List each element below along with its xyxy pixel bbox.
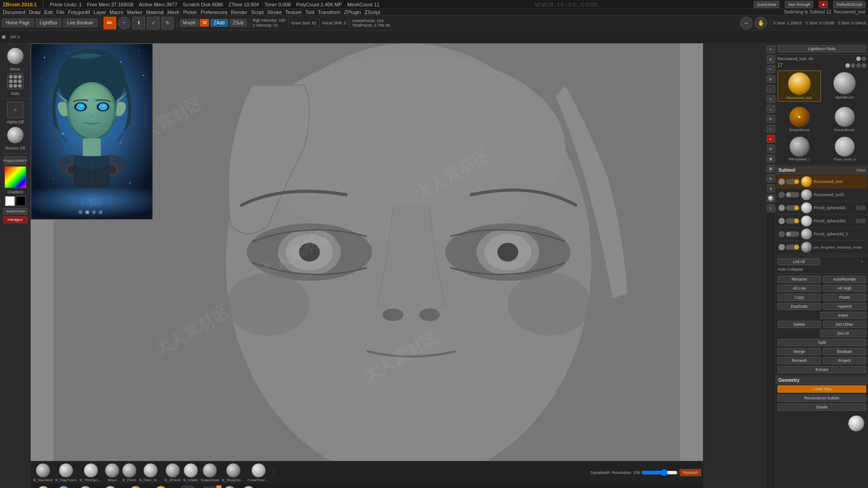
- b-pinch-brush[interactable]: B_Pinch: [121, 462, 137, 483]
- alpha-preview[interactable]: A: [7, 102, 24, 118]
- menu-edit[interactable]: Edit: [44, 9, 53, 15]
- nav-orbit-button[interactable]: ↔: [740, 17, 753, 29]
- claybuilddup-tool[interactable]: ClayBuildUp: [238, 485, 259, 488]
- del-other-button[interactable]: Del Other: [823, 321, 866, 328]
- b-dam-standard-brush[interactable]: B_Dam_Standard: [138, 462, 163, 483]
- duplicate-button[interactable]: Duplicate: [778, 303, 821, 310]
- menu-preferences[interactable]: Preferences: [201, 9, 227, 15]
- curvetubesnap-brush[interactable]: CurveTubeSnap: [246, 462, 271, 483]
- subtool-toggle-recovered[interactable]: [786, 179, 799, 184]
- project-button[interactable]: Project: [823, 357, 866, 364]
- panel-icon-7[interactable]: △: [767, 105, 775, 113]
- fill-object-button[interactable]: FillObject: [3, 216, 28, 223]
- move-brush[interactable]: Move: [104, 462, 120, 483]
- menu-script[interactable]: Script: [251, 9, 264, 15]
- subtool-action-icon-2b[interactable]: [861, 206, 865, 210]
- quicksave-button[interactable]: QuickSave: [754, 1, 780, 8]
- panel-icon-fill[interactable]: ▦: [767, 164, 775, 173]
- append-button[interactable]: Append: [823, 303, 866, 310]
- subtool-item-sphere2[interactable]: Pm3d_sphere3d2: [777, 215, 867, 228]
- menu-zscript[interactable]: ZScript: [364, 9, 380, 15]
- all-low-button[interactable]: All Low: [778, 285, 821, 292]
- panel-icon-4[interactable]: ⊞: [767, 75, 775, 83]
- menu-picker[interactable]: Picker: [183, 9, 197, 15]
- b-jpolish-brush[interactable]: B_JPolish: [164, 462, 182, 483]
- white-swatch[interactable]: [5, 196, 15, 206]
- morph-button[interactable]: Morph: [180, 19, 199, 27]
- b-trimdynamic-brush[interactable]: B_TrimDynamic: [79, 462, 103, 483]
- subtool-item-recovered[interactable]: Recovered_tool: [777, 175, 867, 188]
- menu-folygon[interactable]: FolygonM: [68, 9, 90, 15]
- morph-tool[interactable]: Morph: [222, 485, 237, 488]
- panel-icon-8[interactable]: ⊗: [767, 115, 775, 123]
- menu-render[interactable]: Render: [231, 9, 247, 15]
- subtool-toggle-1[interactable]: [786, 192, 799, 197]
- menu-material[interactable]: Material: [146, 9, 164, 15]
- panel-icon-15[interactable]: ◈: [767, 184, 775, 192]
- simple-brush-thumb[interactable]: ✦ SimpleBrush: [778, 105, 821, 133]
- lightbox-button[interactable]: LightBox: [36, 19, 61, 27]
- divide-button[interactable]: Divide: [778, 404, 866, 411]
- all-high-button[interactable]: All High: [823, 285, 866, 292]
- scale-toolbar-button[interactable]: ⤢: [147, 17, 160, 29]
- imm-primitives-tool[interactable]: IMM 14 IMM Primitives: [197, 485, 222, 488]
- rename-button[interactable]: Rename: [778, 276, 821, 283]
- geometry-header[interactable]: Geometry: [776, 376, 868, 385]
- record-button[interactable]: ●: [819, 1, 828, 8]
- menu-stroke[interactable]: Stroke: [267, 9, 282, 15]
- merge-button[interactable]: Merge: [778, 348, 821, 355]
- zadd-button[interactable]: ZAdd: [211, 19, 228, 27]
- list-all-button[interactable]: List All: [778, 258, 820, 265]
- switch-color-button[interactable]: SwitchColor: [3, 208, 28, 215]
- panel-icon-red[interactable]: ●: [767, 135, 775, 143]
- menu-file[interactable]: File: [57, 9, 65, 15]
- reference-image[interactable]: 大人素材区: [31, 43, 153, 220]
- menu-marker[interactable]: Marker: [127, 9, 142, 15]
- panel-icon-6[interactable]: ⊙: [767, 95, 775, 103]
- menu-macro[interactable]: Macro: [109, 9, 123, 15]
- auto-reorder-button[interactable]: AutoReorder: [823, 276, 866, 283]
- panel-icon-17[interactable]: ⊡: [767, 204, 775, 212]
- menu-mesh[interactable]: Mesh: [167, 9, 179, 15]
- brush-dots-preview[interactable]: [7, 73, 24, 89]
- menu-texture[interactable]: Texture: [285, 9, 302, 15]
- color-swatch[interactable]: [5, 166, 26, 188]
- panel-icon-5[interactable]: ○: [767, 85, 775, 93]
- tmpolymesh1-thumb[interactable]: TMPolyMesh_1: [778, 135, 821, 162]
- smooth-button[interactable]: ~: [118, 17, 131, 29]
- insert-button[interactable]: Insert: [820, 312, 866, 319]
- reconstruct-subdiv-button[interactable]: Reconstruct Subdiv: [778, 394, 866, 402]
- paste-button[interactable]: Paste: [823, 294, 866, 301]
- m-button[interactable]: M: [200, 19, 209, 27]
- skinshade4-material[interactable]: SkinShade4: [33, 485, 54, 488]
- panel-icon-2[interactable]: ⊕: [767, 55, 775, 63]
- canvas-area[interactable]: 大人素材区 大人素材区 大人素材区 大人素材区 大人素材区: [31, 43, 703, 461]
- lightbox-tools-button[interactable]: Lightbox>Tools: [778, 45, 866, 52]
- subtool-toggle-4[interactable]: [786, 231, 799, 237]
- subtool-item-recovered1[interactable]: Recovered_tool1: [777, 188, 867, 202]
- texture-preview[interactable]: [7, 127, 24, 143]
- panel-icon-14[interactable]: ⊕: [767, 174, 775, 183]
- panel-icon-brush[interactable]: ✏: [767, 65, 775, 73]
- folyg-material-label[interactable]: FolygoMatB&V: [5, 156, 26, 164]
- recovered-tool-thumb[interactable]: Recovered_tool: [778, 70, 821, 102]
- panel-icon-9[interactable]: ⌂: [767, 125, 775, 133]
- draw-button[interactable]: ✏: [104, 17, 116, 29]
- zmodeler-tool[interactable]: Z ZModeler: [179, 485, 196, 488]
- panel-icon-1[interactable]: ≡: [767, 45, 775, 53]
- copy-button[interactable]: Copy: [778, 294, 821, 301]
- see-through-button[interactable]: See through: [785, 1, 813, 8]
- panel-icon-12[interactable]: ▣: [767, 155, 775, 163]
- toyplastic-material[interactable]: ToyPlastic: [55, 485, 73, 488]
- nav-pan-button[interactable]: ✋: [755, 17, 767, 29]
- alpha-brush-thumb[interactable]: AlphaBrush: [823, 70, 866, 102]
- subtool-item-sphere1[interactable]: Pm3d_sphere3d1: [777, 202, 867, 215]
- lower-res-button[interactable]: Lower Res: [778, 385, 866, 393]
- subtool-header[interactable]: Subtool Flter: [776, 166, 868, 174]
- eraser-brush-thumb[interactable]: EraserBrush: [823, 105, 866, 133]
- delete-button[interactable]: Delete: [778, 321, 821, 328]
- b-standard-brush[interactable]: B_Standard: [33, 462, 53, 483]
- split-button[interactable]: Split: [778, 339, 866, 346]
- del-all-button[interactable]: Del All: [820, 330, 866, 337]
- extract-button[interactable]: Extract: [778, 366, 866, 373]
